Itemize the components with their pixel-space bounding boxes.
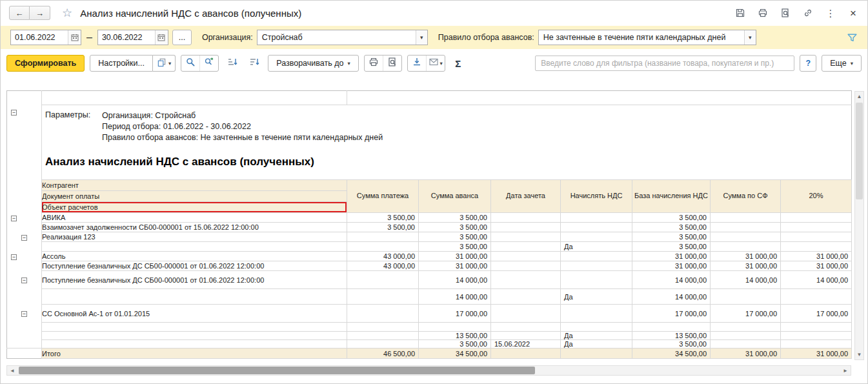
row-label[interactable] (42, 332, 347, 340)
cell-offset-date[interactable] (491, 232, 561, 242)
collapse-marker[interactable]: − (21, 235, 27, 241)
vertical-scroll-thumb[interactable] (856, 103, 863, 199)
cell-charge-vat[interactable]: Да (561, 332, 632, 340)
horizontal-scrollbar[interactable]: ◄ ► (6, 365, 851, 376)
cell-payment-sum[interactable] (347, 340, 419, 349)
cell-charge-vat[interactable] (561, 252, 632, 261)
cell-payment-sum[interactable] (347, 271, 419, 289)
chevron-down-icon[interactable]: ▾ (416, 30, 427, 45)
cell-payment-sum[interactable]: 43 000,00 (347, 261, 419, 271)
header-advance-sum[interactable]: Сумма аванса (419, 180, 491, 213)
scroll-left-icon[interactable]: ◄ (7, 366, 17, 375)
more-button[interactable]: Еще ▾ (822, 55, 862, 72)
save-icon[interactable] (734, 7, 746, 19)
cell-vat-base[interactable] (632, 323, 711, 332)
filter-funnel-icon[interactable] (847, 32, 858, 43)
horizontal-scroll-thumb[interactable] (19, 367, 535, 374)
forward-button[interactable]: → (30, 6, 50, 20)
report-variants-button[interactable]: ▾ (153, 55, 176, 72)
cell-charge-vat[interactable] (561, 213, 632, 223)
cell-rate[interactable] (781, 340, 852, 349)
cell-offset-date[interactable] (491, 223, 561, 232)
spacer-cell[interactable] (347, 91, 852, 105)
cell-vat-base[interactable]: 14 000,00 (632, 289, 711, 305)
cell-rate[interactable]: 17 000,00 (781, 305, 852, 323)
save-file-button[interactable] (408, 56, 426, 71)
cell-advance-sum[interactable]: 34 500,00 (419, 349, 491, 359)
row-label[interactable]: Поступление безналичных ДС СБ00-000001 о… (42, 261, 347, 271)
date-to-input[interactable] (98, 33, 155, 42)
collapse-marker[interactable]: − (11, 254, 17, 260)
cell-vat-base[interactable]: 3 500,00 (632, 242, 711, 252)
find-next-button[interactable] (199, 56, 218, 71)
cell-payment-sum[interactable] (347, 232, 419, 242)
cell-payment-sum[interactable] (347, 332, 419, 340)
parameters-cell[interactable]: Параметры: Организация: Стройснаб Период… (42, 105, 852, 145)
cell-advance-sum[interactable]: 3 500,00 (419, 232, 491, 242)
favorite-star-icon[interactable]: ☆ (62, 7, 72, 19)
cell-advance-sum[interactable]: 3 500,00 (419, 242, 491, 252)
cell-advance-sum[interactable]: 3 500,00 (419, 340, 491, 349)
header-payment-sum[interactable]: Сумма платежа (347, 180, 419, 213)
cell-charge-vat[interactable] (561, 349, 632, 359)
calendar-icon[interactable] (155, 30, 168, 45)
collapse-marker[interactable]: − (21, 311, 27, 317)
scroll-down-icon[interactable]: ▼ (855, 350, 863, 359)
scroll-up-icon[interactable]: ▲ (855, 92, 863, 101)
cell-rate[interactable] (781, 213, 852, 223)
settings-button[interactable]: Настройки... (90, 55, 153, 72)
cell-payment-sum[interactable]: 46 500,00 (347, 349, 419, 359)
cell-advance-sum[interactable]: 13 500,00 (419, 332, 491, 340)
help-button[interactable]: ? (800, 55, 816, 72)
row-label[interactable]: Поступление безналичных ДС СБ00-000001 о… (42, 271, 347, 289)
header-offset-date[interactable]: Дата зачета (491, 180, 561, 213)
cell-rate[interactable] (781, 242, 852, 252)
generate-button[interactable]: Сформировать (6, 55, 85, 72)
find-button[interactable] (181, 56, 199, 71)
cell-rate[interactable] (781, 323, 852, 332)
header-rate[interactable]: 20% (781, 180, 852, 213)
cell-invoice-sum[interactable] (711, 289, 781, 305)
filter-search-input[interactable] (535, 56, 794, 71)
advance-rule-value[interactable]: Не зачтенные в течение пяти календарных … (539, 33, 744, 42)
print-icon[interactable] (757, 7, 769, 19)
cell-rate[interactable] (781, 289, 852, 305)
collapse-marker[interactable]: − (21, 278, 27, 283)
cell-charge-vat[interactable] (561, 223, 632, 232)
collapse-marker[interactable]: − (11, 216, 17, 221)
cell-invoice-sum[interactable]: 17 000,00 (711, 305, 781, 323)
cell-invoice-sum[interactable] (711, 232, 781, 242)
cell-vat-base[interactable]: 34 500,00 (632, 349, 711, 359)
cell-rate[interactable]: 14 000,00 (781, 271, 852, 289)
cell-rate[interactable]: 31 000,00 (781, 252, 852, 261)
cell-offset-date[interactable] (491, 323, 561, 332)
cell-invoice-sum[interactable] (711, 242, 781, 252)
row-label[interactable]: АВИКА (42, 213, 347, 223)
cell-offset-date[interactable] (491, 305, 561, 323)
row-label[interactable] (42, 289, 347, 305)
cell-vat-base[interactable]: 17 000,00 (632, 305, 711, 323)
calendar-icon[interactable] (68, 30, 81, 45)
print-button[interactable] (365, 56, 383, 71)
header-charge-vat[interactable]: Начислять НДС (561, 180, 632, 213)
cell-payment-sum[interactable] (347, 305, 419, 323)
cell-charge-vat[interactable] (561, 305, 632, 323)
cell-vat-base[interactable]: 31 000,00 (632, 261, 711, 271)
cell-charge-vat[interactable] (561, 232, 632, 242)
cell-advance-sum[interactable]: 14 000,00 (419, 271, 491, 289)
link-icon[interactable] (802, 7, 814, 19)
header-vat-base[interactable]: База начисления НДС (632, 180, 711, 213)
cell-payment-sum[interactable]: 43 000,00 (347, 252, 419, 261)
row-label[interactable]: Взаимозачет задолженности СБ00-000001 от… (42, 223, 347, 232)
cell-charge-vat[interactable]: Да (561, 242, 632, 252)
sort-descending-button[interactable] (246, 55, 263, 72)
spacer-cell[interactable] (42, 91, 347, 105)
period-options-button[interactable]: ... (172, 30, 192, 45)
cell-vat-base[interactable]: 3 500,00 (632, 340, 711, 349)
cell-advance-sum[interactable]: 14 000,00 (419, 289, 491, 305)
cell-charge-vat[interactable] (561, 261, 632, 271)
cell-vat-base[interactable]: 3 500,00 (632, 223, 711, 232)
cell-offset-date[interactable] (491, 252, 561, 261)
date-from-input[interactable] (11, 33, 68, 42)
report-title-cell[interactable]: Анализ начислений НДС с авансов (получен… (42, 145, 852, 180)
